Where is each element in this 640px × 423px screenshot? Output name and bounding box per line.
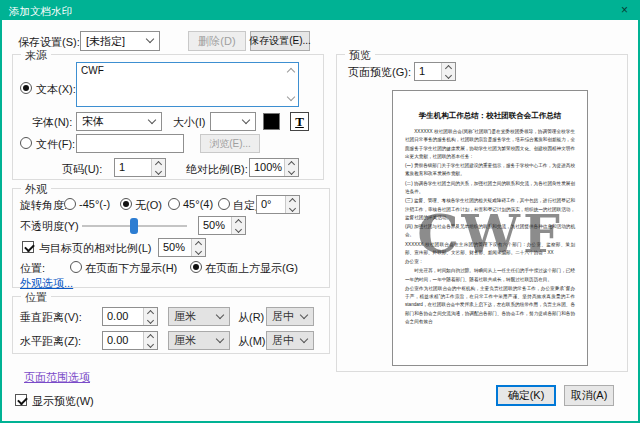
save-settings-button[interactable]: 保存设置(E)... bbox=[250, 31, 310, 51]
relative-scale-stepper[interactable]: 50% bbox=[158, 238, 206, 257]
horizontal-from-label: 从(M) bbox=[238, 334, 266, 349]
vertical-distance-stepper[interactable]: 0.00 bbox=[102, 307, 158, 326]
delete-button[interactable]: 删除(D) bbox=[188, 31, 246, 51]
color-swatch[interactable] bbox=[263, 113, 280, 130]
doc-paragraph: 时光荏苒，时间如白驹过隙。转瞬间从上一任主任们的手中接过这个部门，已经一年的时间… bbox=[405, 267, 575, 284]
text-radio-label: 文本(X): bbox=[36, 82, 76, 97]
horizontal-distance-label: 水平距离(Z): bbox=[20, 334, 81, 349]
appearance-options-link[interactable]: 外观选项... bbox=[20, 276, 73, 291]
page-preview-stepper[interactable]: 1 bbox=[414, 62, 456, 81]
relative-scale-value: 50% bbox=[159, 239, 191, 256]
watermark-text-value: CWF bbox=[81, 65, 104, 76]
browse-button[interactable]: 浏览(E)... bbox=[200, 134, 260, 153]
relative-scale-label: 与目标页的相对比例(L) bbox=[39, 241, 151, 256]
chevron-down-icon bbox=[216, 310, 224, 318]
scroll-up-icon[interactable] bbox=[287, 68, 295, 76]
layer-above-radio[interactable] bbox=[190, 261, 202, 273]
font-value: 宋体 bbox=[82, 114, 104, 129]
rotation-angle-stepper[interactable]: 0° bbox=[256, 195, 300, 214]
appearance-group-title: 外观 bbox=[21, 182, 51, 197]
chevron-down-icon bbox=[216, 334, 224, 342]
show-preview-checkbox[interactable] bbox=[15, 394, 27, 406]
spinner-arrows-icon[interactable] bbox=[151, 159, 165, 176]
watermark-text-input[interactable]: CWF bbox=[76, 62, 299, 107]
doc-title: 学生机构工作总结：校社团联合会工作总结 bbox=[405, 111, 575, 121]
opacity-stepper[interactable]: 50% bbox=[198, 216, 246, 235]
spinner-arrows-icon[interactable] bbox=[285, 196, 299, 213]
layer-below-label: 在页面下方显示(H) bbox=[85, 261, 177, 276]
page-range-options-link[interactable]: 页面范围选项 bbox=[24, 370, 90, 385]
layer-label: 位置: bbox=[20, 261, 45, 276]
rotation-none-label: 无(O) bbox=[135, 198, 162, 213]
page-number-value: 1 bbox=[115, 159, 151, 176]
ok-button[interactable]: 确定(K) bbox=[496, 385, 556, 406]
opacity-slider-thumb[interactable] bbox=[130, 218, 138, 234]
spinner-arrows-icon[interactable] bbox=[284, 159, 298, 176]
doc-paragraph: XXXXXX 校社团联合会(简称“社团联”)是在党委校团委领导，协调管理全校学生… bbox=[405, 128, 575, 161]
horizontal-distance-stepper[interactable]: 0.00 bbox=[102, 331, 158, 350]
horizontal-from-value: 居中 bbox=[272, 333, 294, 348]
text-radio[interactable] bbox=[20, 82, 32, 94]
source-group-title: 来源 bbox=[21, 48, 51, 63]
absolute-scale-stepper[interactable]: 100% bbox=[249, 158, 299, 177]
relative-scale-checkbox[interactable] bbox=[22, 241, 34, 253]
position-group-title: 位置 bbox=[21, 290, 51, 305]
rotation-45-radio[interactable] bbox=[168, 198, 180, 210]
horizontal-distance-value: 0.00 bbox=[103, 332, 143, 349]
page-number-stepper[interactable]: 1 bbox=[114, 158, 166, 177]
file-radio[interactable] bbox=[20, 137, 32, 149]
spinner-arrows-icon[interactable] bbox=[143, 332, 157, 349]
save-settings-value: [未指定] bbox=[86, 34, 125, 49]
horizontal-unit-select[interactable]: 厘米 bbox=[168, 331, 230, 350]
preview-page: 学生机构工作总结：校社团联合会工作总结 XXXXXX 校社团联合会(简称“社团联… bbox=[392, 90, 588, 366]
size-label: 大小(I) bbox=[173, 115, 205, 130]
save-settings-select[interactable]: [未指定] bbox=[80, 31, 160, 51]
chevron-down-icon bbox=[148, 115, 156, 123]
file-radio-label: 文件(F): bbox=[36, 137, 75, 152]
rotation-angle-value: 0° bbox=[257, 196, 285, 213]
spinner-arrows-icon[interactable] bbox=[191, 239, 205, 256]
font-label: 字体(N): bbox=[32, 115, 72, 130]
rotation-custom-radio[interactable] bbox=[218, 198, 230, 210]
layer-below-radio[interactable] bbox=[70, 261, 82, 273]
close-icon[interactable]: × bbox=[621, 2, 628, 20]
doc-paragraph: 办公室作为社团联合会的中枢机构，主要负责社团联的常务工作，办公室秉承“督办于严，… bbox=[405, 285, 575, 326]
cancel-button[interactable]: 取消(A) bbox=[564, 385, 614, 406]
opacity-label: 不透明度(Y) bbox=[20, 219, 79, 234]
spinner-arrows-icon[interactable] bbox=[441, 63, 455, 80]
opacity-value: 50% bbox=[199, 217, 231, 234]
page-number-label: 页码(U): bbox=[62, 162, 102, 177]
chevron-down-icon bbox=[146, 35, 154, 43]
vertical-unit-select[interactable]: 厘米 bbox=[168, 307, 230, 326]
file-path-input[interactable] bbox=[76, 134, 184, 153]
absolute-scale-label: 绝对比例(B): bbox=[186, 162, 248, 177]
watermark-preview: CWF bbox=[393, 203, 587, 264]
title-bar: 添加文档水印 × bbox=[2, 2, 638, 20]
preview-group-title: 预览 bbox=[345, 48, 375, 63]
vertical-unit-value: 厘米 bbox=[174, 309, 196, 324]
text-style-button[interactable]: T bbox=[290, 112, 309, 131]
rotation-minus45-label: -45°(-) bbox=[79, 198, 110, 210]
rotation-none-radio[interactable] bbox=[120, 198, 132, 210]
vertical-from-label: 从(R) bbox=[238, 310, 264, 325]
doc-paragraph: (一) 贯彻各级部门关于学生社团建设的重要指示，服务于学校中心工作，为促进高校素… bbox=[405, 162, 575, 179]
chevron-down-icon bbox=[300, 334, 308, 342]
show-preview-label: 显示预览(W) bbox=[32, 394, 94, 409]
vertical-distance-label: 垂直距离(V): bbox=[20, 310, 82, 325]
add-watermark-dialog: 添加文档水印 × 保存设置(S): [未指定] 删除(D) 保存设置(E)...… bbox=[0, 0, 640, 423]
size-select[interactable] bbox=[210, 112, 256, 131]
vertical-from-value: 居中 bbox=[272, 309, 294, 324]
dialog-title: 添加文档水印 bbox=[9, 5, 72, 17]
horizontal-from-select[interactable]: 居中 bbox=[266, 331, 314, 350]
font-select[interactable]: 宋体 bbox=[76, 112, 162, 131]
spinner-arrows-icon[interactable] bbox=[231, 217, 245, 234]
layer-above-label: 在页面上方显示(G) bbox=[205, 261, 298, 276]
horizontal-unit-value: 厘米 bbox=[174, 333, 196, 348]
spinner-arrows-icon[interactable] bbox=[143, 308, 157, 325]
rotation-minus45-radio[interactable] bbox=[64, 198, 76, 210]
chevron-down-icon bbox=[300, 310, 308, 318]
scroll-down-icon[interactable] bbox=[287, 93, 295, 101]
rotation-45-label: 45°(4) bbox=[183, 198, 213, 210]
chevron-down-icon bbox=[242, 115, 250, 123]
vertical-from-select[interactable]: 居中 bbox=[266, 307, 314, 326]
